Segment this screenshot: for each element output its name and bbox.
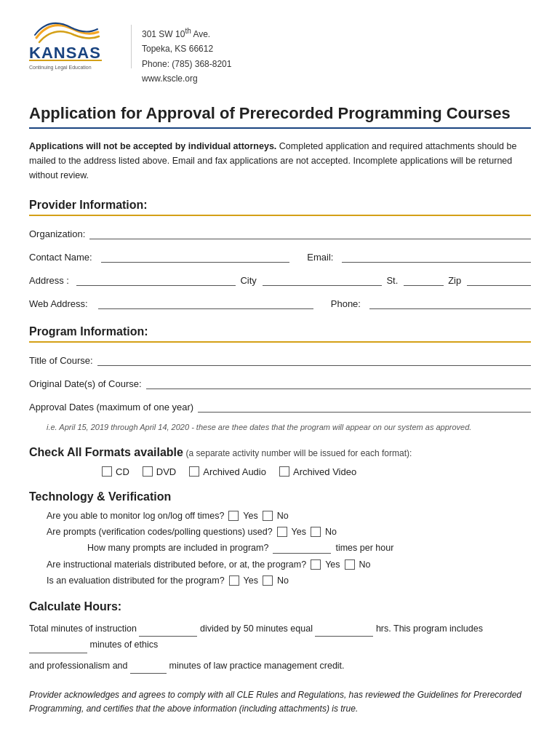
log-monitor-row: Are you able to monitor log on/log off t… — [29, 511, 531, 521]
web-phone-row: Web Address: Phone: — [29, 296, 531, 309]
provider-heading: Provider Information: — [29, 199, 531, 216]
address-line1: 301 SW 10th Ave. — [142, 25, 231, 41]
logo-area: KANSAS Continuing Legal Education — [29, 22, 116, 76]
header: KANSAS Continuing Legal Education 301 SW… — [29, 22, 531, 87]
address-label: Address : — [29, 275, 69, 286]
evaluation-row: Is an evaluation distributed for the pro… — [29, 575, 531, 586]
log-yes-label: Yes — [243, 511, 257, 521]
organization-row: Organization: — [29, 226, 531, 239]
zip-label: Zip — [448, 275, 461, 286]
website-line: www.kscle.org — [142, 71, 231, 86]
contact-email-row: Contact Name: Email: — [29, 250, 531, 263]
total-minutes-blank — [139, 626, 197, 637]
archived-video-label: Archived Video — [293, 466, 356, 477]
page-title: Application for Approval of Prerecorded … — [29, 104, 531, 129]
format-cd: CD — [102, 466, 129, 477]
log-no-checkbox[interactable] — [263, 511, 273, 521]
eval-yes-label: Yes — [244, 575, 258, 586]
title-row: Title of Course: — [29, 353, 531, 366]
email-input[interactable] — [342, 250, 531, 263]
calc-heading: Calculate Hours: — [29, 600, 531, 613]
format-archived-audio: Archived Audio — [189, 466, 266, 477]
contact-name-input[interactable] — [101, 250, 290, 263]
organization-label: Organization: — [29, 228, 85, 239]
hours-blank — [315, 626, 373, 637]
contact-name-label: Contact Name: — [29, 252, 92, 263]
web-input[interactable] — [98, 296, 313, 309]
formats-row: CD DVD Archived Audio Archived Video — [29, 466, 531, 477]
materials-no-label: No — [359, 559, 371, 570]
original-dates-input[interactable] — [146, 376, 531, 389]
prompts-count-blank — [273, 543, 331, 554]
dvd-label: DVD — [156, 466, 176, 477]
prompts-count-label: How many prompts are included in program… — [87, 543, 268, 553]
italic-notice: Provider acknowledges and agrees to comp… — [29, 688, 531, 716]
approval-dates-label: Approval Dates (maximum of one year) — [29, 402, 193, 413]
prompts-no-label: No — [325, 527, 337, 537]
prompts-yes-label: Yes — [292, 527, 306, 537]
city-label: City — [240, 275, 256, 286]
prompts-per-hour-label: times per hour — [335, 543, 393, 553]
calc-label-5: and professionalism and — [29, 661, 128, 671]
notice-bold: Applications will not be accepted by ind… — [29, 141, 276, 151]
calc-row-1: Total minutes of instruction divided by … — [29, 621, 531, 653]
prompts-used-row: Are prompts (verification codes/polling … — [29, 527, 531, 537]
materials-row: Are instructional materials distributed … — [29, 559, 531, 570]
svg-text:KANSAS: KANSAS — [29, 44, 101, 62]
email-label: Email: — [307, 252, 333, 263]
formats-heading: Check All Formats available — [29, 446, 183, 458]
calc-row-2: and professionalism and minutes of law p… — [29, 658, 531, 674]
original-dates-label: Original Date(s) of Course: — [29, 378, 142, 389]
program-heading: Program Information: — [29, 325, 531, 343]
prompts-used-label: Are prompts (verification codes/polling … — [47, 527, 273, 537]
calc-label-3: hrs. This program includes — [376, 624, 483, 634]
calc-label-1: Total minutes of instruction — [29, 624, 137, 634]
state-input[interactable] — [404, 273, 444, 286]
calc-label-4: minutes of ethics — [89, 640, 158, 650]
approval-dates-input[interactable] — [198, 399, 531, 413]
log-yes-checkbox[interactable] — [228, 511, 239, 521]
format-archived-video: Archived Video — [279, 466, 356, 477]
zip-input[interactable] — [467, 273, 531, 286]
address-line2: Topeka, KS 66612 — [142, 41, 231, 56]
archived-audio-label: Archived Audio — [203, 466, 266, 477]
formats-section: Check All Formats available (a separate … — [29, 446, 531, 477]
organization-input[interactable] — [89, 226, 531, 239]
prompts-no-checkbox[interactable] — [311, 527, 321, 537]
contact-info: 301 SW 10th Ave. Topeka, KS 66612 Phone:… — [142, 22, 231, 87]
materials-yes-label: Yes — [325, 559, 340, 570]
kansas-logo: KANSAS Continuing Legal Education — [29, 22, 116, 74]
city-input[interactable] — [263, 273, 383, 286]
prompts-count-row: How many prompts are included in program… — [29, 543, 531, 554]
materials-label: Are instructional materials distributed … — [47, 559, 306, 570]
original-dates-row: Original Date(s) of Course: — [29, 376, 531, 389]
state-label: St. — [386, 275, 398, 286]
address-input[interactable] — [76, 273, 236, 286]
title-label: Title of Course: — [29, 355, 93, 366]
archived-audio-checkbox[interactable] — [189, 466, 199, 477]
formats-heading-row: Check All Formats available (a separate … — [29, 446, 531, 459]
provider-section: Provider Information: Organization: Cont… — [29, 199, 531, 309]
cd-checkbox[interactable] — [102, 466, 112, 477]
title-input[interactable] — [97, 353, 531, 366]
format-dvd: DVD — [143, 466, 176, 477]
address-row: Address : City St. Zip — [29, 273, 531, 286]
eval-yes-checkbox[interactable] — [229, 575, 239, 586]
date-hint: i.e. April 15, 2019 through April 14, 20… — [29, 423, 531, 431]
phone-input[interactable] — [369, 296, 531, 309]
phone-line: Phone: (785) 368-8201 — [142, 57, 231, 71]
approval-dates-row: Approval Dates (maximum of one year) — [29, 399, 531, 413]
materials-no-checkbox[interactable] — [345, 559, 355, 570]
tech-heading: Technology & Verification — [29, 490, 531, 503]
materials-yes-checkbox[interactable] — [311, 559, 321, 570]
phone-field-label: Phone: — [331, 298, 361, 309]
cd-label: CD — [116, 466, 129, 477]
formats-subheading: (a separate activity number will be issu… — [186, 448, 412, 458]
calc-label-6: minutes of law practice management credi… — [169, 661, 344, 671]
dvd-checkbox[interactable] — [143, 466, 153, 477]
archived-video-checkbox[interactable] — [279, 466, 289, 477]
svg-text:Continuing Legal Education: Continuing Legal Education — [29, 65, 92, 71]
log-monitor-label: Are you able to monitor log on/log off t… — [47, 511, 224, 521]
prompts-yes-checkbox[interactable] — [277, 527, 287, 537]
eval-no-checkbox[interactable] — [263, 575, 273, 586]
